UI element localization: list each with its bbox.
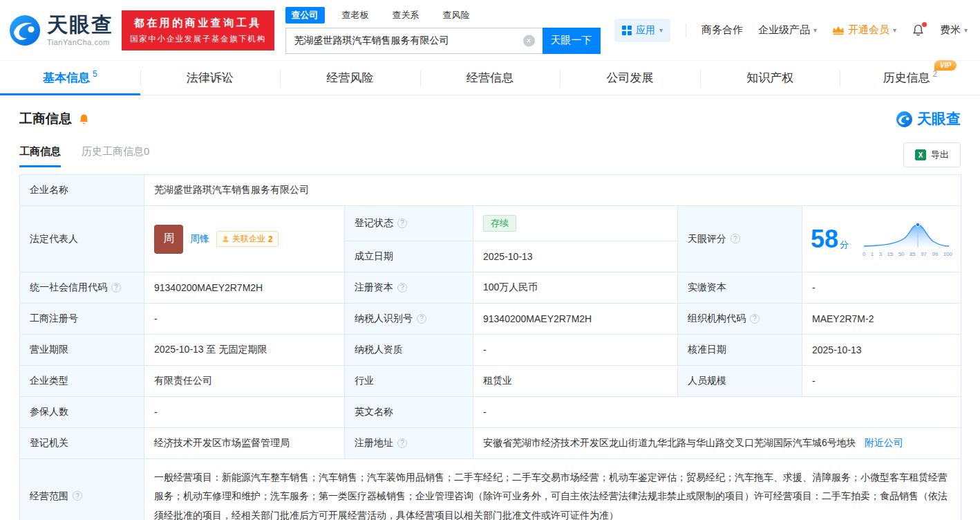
search-area: 查公司 查老板 查关系 查风险 × 天眼一下	[285, 7, 601, 54]
search-tab-relation[interactable]: 查关系	[386, 7, 426, 24]
founded-value: 2025-10-13	[473, 241, 678, 272]
tab-history-info[interactable]: 历史信息 2 VIP	[840, 61, 980, 95]
reg-no-value: -	[144, 304, 345, 335]
enterprise-products-menu[interactable]: 企业级产品 ▾	[758, 24, 817, 37]
status-label: 登记状态?	[345, 206, 473, 241]
notifications-bell[interactable]	[912, 24, 925, 37]
help-icon[interactable]: ?	[397, 438, 407, 448]
subtab-business-info[interactable]: 工商信息	[19, 145, 61, 167]
excel-icon: X	[915, 149, 926, 160]
help-icon[interactable]: ?	[397, 219, 407, 228]
slogan-line2: 国家中小企业发展子基金旗下机构	[130, 34, 266, 44]
term-value: 2025-10-13 至 无固定期限	[144, 335, 345, 366]
tianyancha-logo[interactable]: 天眼查 TianYanCha.com	[8, 14, 113, 47]
help-icon[interactable]: ?	[417, 314, 426, 324]
address-value: 安徽省芜湖市经济技术开发区龙山街道九华北路与华山路交叉口芜湖国际汽车城6号地块 …	[473, 428, 961, 459]
nearby-companies-link[interactable]: 附近公司	[865, 437, 903, 448]
open-vip-menu[interactable]: 开通会员 ▾	[832, 24, 896, 37]
table-row: 经营范围? 一般经营项目：新能源汽车整车销售；汽车销售；汽车装饰用品销售；二手车…	[20, 459, 961, 520]
reg-no-label: 工商注册号	[20, 304, 144, 335]
tab-legal-proceedings[interactable]: 法律诉讼	[140, 61, 281, 95]
chevron-down-icon: ▾	[893, 26, 896, 34]
apps-grid-icon	[622, 26, 632, 35]
insured-value: -	[144, 397, 345, 428]
svg-text:X: X	[918, 151, 923, 159]
insured-label: 参保人数	[20, 397, 144, 428]
legal-rep-avatar[interactable]: 周	[154, 225, 183, 254]
tab-intellectual-property[interactable]: 知识产权	[700, 61, 840, 95]
notification-dot	[922, 22, 927, 27]
business-info-table: 企业名称 芜湖盛世路琪汽车销售服务有限公司 法定代表人 周 周锋 关联企业 2	[19, 174, 961, 520]
table-row: 企业类型 有限责任公司 行业 租赁业 人员规模 -	[20, 366, 961, 397]
tab-business-info[interactable]: 经营信息	[420, 61, 560, 95]
legal-rep-label: 法定代表人	[20, 206, 144, 272]
subtabs-row: 工商信息 历史工商信息0 X 导出	[19, 142, 961, 167]
business-scope-value: 一般经营项目：新能源汽车整车销售；汽车销售；汽车装饰用品销售；二手车经纪；二手车…	[144, 459, 961, 520]
industry-value: 租赁业	[473, 366, 678, 397]
help-icon[interactable]: ?	[731, 234, 740, 243]
company-name-value: 芜湖盛世路琪汽车销售服务有限公司	[144, 175, 961, 206]
help-icon[interactable]: ?	[397, 283, 407, 292]
related-companies-label: 关联企业	[232, 233, 265, 245]
tab-basic-info[interactable]: 基本信息5	[0, 61, 140, 95]
table-row: 营业期限 2025-10-13 至 无固定期限 纳税人资质 - 核准日期 202…	[20, 335, 961, 366]
legal-rep-link[interactable]: 周锋	[190, 233, 209, 245]
tab-label: 知识产权	[746, 70, 793, 86]
tianyancha-logo-icon	[896, 111, 913, 128]
taxpayer-no-value: 91340200MAEY2R7M2H	[473, 304, 678, 335]
user-menu[interactable]: 费米 ▾	[940, 24, 968, 37]
username-label: 费米	[940, 24, 961, 37]
search-button[interactable]: 天眼一下	[543, 28, 601, 54]
table-row: 参保人数 - 英文名称 -	[20, 397, 961, 428]
header: 天眼查 TianYanCha.com 都在用的商业查询工具 国家中小企业发展子基…	[0, 0, 980, 61]
apps-menu[interactable]: 应用 ▾	[614, 19, 670, 42]
taxpayer-quality-label: 纳税人资质	[345, 335, 473, 366]
divider	[686, 24, 686, 37]
tab-label: 基本信息	[43, 70, 90, 86]
tab-label: 经营风险	[326, 70, 373, 86]
search-tab-company[interactable]: 查公司	[285, 7, 325, 24]
table-row: 企业名称 芜湖盛世路琪汽车销售服务有限公司	[20, 175, 961, 206]
legal-rep-value: 周 周锋 关联企业 2	[144, 206, 345, 272]
related-companies-badge[interactable]: 关联企业 2	[216, 231, 279, 247]
clear-search-icon[interactable]: ×	[523, 35, 535, 46]
taxpayer-no-label: 纳税人识别号?	[345, 304, 473, 335]
company-name-label: 企业名称	[20, 175, 144, 206]
brand-name: 天眼查	[47, 15, 113, 35]
tab-label: 经营信息	[467, 70, 513, 86]
export-button[interactable]: X 导出	[903, 142, 961, 167]
paid-capital-label: 实缴资本	[678, 272, 802, 304]
tab-operational-risk[interactable]: 经营风险	[280, 61, 420, 95]
business-cooperation-link[interactable]: 商务合作	[701, 24, 743, 37]
company-nav-tabs: 基本信息5 法律诉讼 经营风险 经营信息 公司发展 知识产权 历史信息 2 VI…	[0, 61, 980, 95]
search-input[interactable]	[285, 28, 543, 54]
chevron-down-icon: ▾	[964, 26, 968, 34]
slogan-line1: 都在用的商业查询工具	[130, 17, 266, 30]
help-icon[interactable]: ?	[73, 491, 82, 501]
table-row: 法定代表人 周 周锋 关联企业 2 登记状态?	[20, 206, 961, 241]
org-code-label: 组织机构代码?	[678, 304, 802, 335]
english-name-value: -	[473, 397, 961, 428]
table-row: 工商注册号 - 纳税人识别号? 91340200MAEY2R7M2H 组织机构代…	[20, 304, 961, 335]
table-row: 登记机关 经济技术开发区市场监督管理局 注册地址? 安徽省芜湖市经济技术开发区龙…	[20, 428, 961, 459]
search-tab-boss[interactable]: 查老板	[336, 7, 375, 24]
search-tab-risk[interactable]: 查风险	[437, 7, 476, 24]
tab-label: 公司发展	[607, 70, 654, 86]
tab-label: 法律诉讼	[187, 70, 234, 86]
tab-company-development[interactable]: 公司发展	[560, 61, 700, 95]
approved-date-label: 核准日期	[678, 335, 802, 366]
tianyan-score-cell[interactable]: 58分	[802, 206, 961, 272]
section-header: 工商信息 天眼查	[19, 109, 961, 129]
subtab-history-business-info[interactable]: 历史工商信息0	[82, 145, 149, 167]
reg-capital-value: 100万人民币	[473, 272, 678, 304]
help-icon[interactable]: ?	[750, 314, 760, 324]
address-label: 注册地址?	[345, 428, 473, 459]
score-axis: 0131550859799100	[863, 251, 952, 257]
help-icon[interactable]: ?	[111, 283, 121, 292]
subscribe-bell-icon[interactable]	[78, 113, 90, 125]
staff-size-label: 人员规模	[678, 366, 802, 397]
chevron-down-icon: ▾	[659, 26, 663, 34]
watermark-label: 天眼查	[917, 109, 961, 129]
section-title: 工商信息	[19, 110, 72, 128]
tianyancha-watermark: 天眼查	[896, 109, 961, 129]
